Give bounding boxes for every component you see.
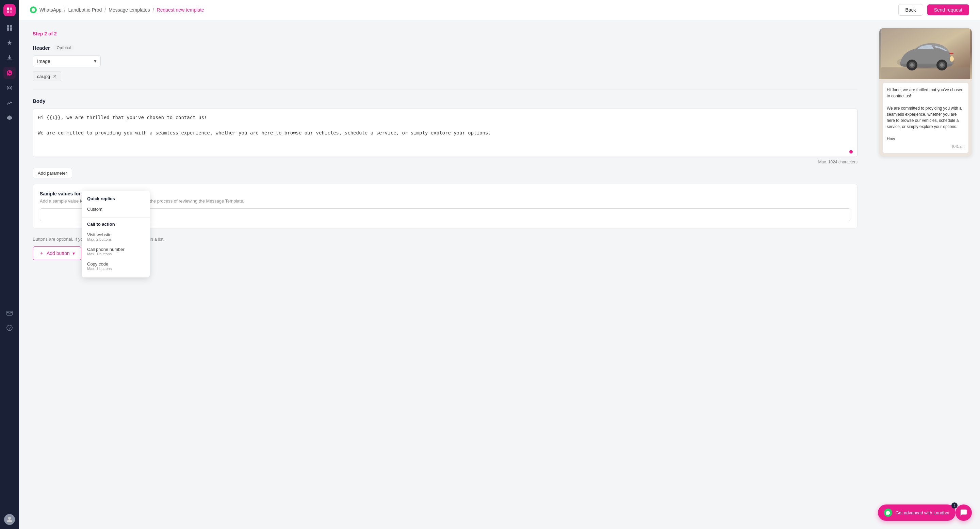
copy-code-label: Copy code <box>87 261 144 266</box>
add-button-label: Add button <box>47 250 70 256</box>
svg-rect-0 <box>7 8 9 10</box>
chevron-down-icon: ▾ <box>73 250 75 256</box>
step-label: Step 2 of 2 <box>33 31 858 37</box>
breadcrumb-whatsapp[interactable]: WhatsApp <box>40 7 62 13</box>
svg-rect-5 <box>10 25 12 27</box>
body-section-title: Body <box>33 98 858 104</box>
breadcrumb-current: Request new template <box>157 7 204 13</box>
plus-icon: ＋ <box>39 250 44 257</box>
svg-point-18 <box>910 63 914 67</box>
dropdown-item-visit-website[interactable]: Visit website Max. 2 buttons <box>82 229 150 244</box>
whatsapp-breadcrumb-icon <box>30 6 37 13</box>
svg-point-12 <box>8 517 11 519</box>
sidebar-icon-integrations[interactable] <box>3 112 16 124</box>
svg-rect-4 <box>7 25 9 27</box>
sidebar-icon-download[interactable] <box>3 52 16 64</box>
preview-bubble: Hi Jane, we are thrilled that you've cho… <box>883 83 969 153</box>
file-remove-button[interactable]: ✕ <box>53 73 57 79</box>
logo[interactable] <box>3 4 16 16</box>
form-panel: Step 2 of 2 Header Optional Image Text V… <box>19 20 871 529</box>
buttons-section: Buttons are optional. If you add more th… <box>33 237 858 260</box>
chat-widget[interactable]: Get advanced with Landbot 2 <box>878 505 956 521</box>
sidebar-icon-help[interactable]: ? <box>3 322 16 334</box>
breadcrumb-sep2: / <box>105 7 106 13</box>
buttons-note: Buttons are optional. If you add more th… <box>33 237 858 242</box>
header-label: Header <box>33 45 50 51</box>
user-avatar[interactable] <box>4 514 15 525</box>
sample-section: Sample values for the Body text Add a sa… <box>33 184 858 228</box>
sidebar-icon-inbox[interactable] <box>3 307 16 319</box>
body-textarea[interactable]: Hi {{1}}, we are thrilled that you've ch… <box>33 108 858 157</box>
phone-preview: Hi Jane, we are thrilled that you've cho… <box>879 28 972 156</box>
preview-text-2: We are committed to providing you with a… <box>887 105 964 130</box>
char-limit-label: Max. 1024 characters <box>33 160 858 164</box>
validation-dot <box>850 150 853 153</box>
button-type-dropdown: Quick replies Custom Call to action Visi… <box>82 191 150 277</box>
add-button-btn[interactable]: ＋ Add button ▾ <box>33 247 81 260</box>
file-name: car.jpg <box>37 74 50 79</box>
preview-timestamp: 9:41 am <box>887 144 964 149</box>
content-area: Step 2 of 2 Header Optional Image Text V… <box>19 20 980 529</box>
breadcrumb-prod[interactable]: Landbot.io Prod <box>68 7 102 13</box>
preview-text-1: Hi Jane, we are thrilled that you've cho… <box>887 87 964 99</box>
sidebar-icon-chart[interactable] <box>3 97 16 109</box>
preview-panel: Hi Jane, we are thrilled that you've cho… <box>871 20 980 529</box>
breadcrumb-sep1: / <box>64 7 66 13</box>
breadcrumb: WhatsApp / Landbot.io Prod / Message tem… <box>30 6 204 13</box>
svg-marker-8 <box>7 115 12 120</box>
breadcrumb-sep3: / <box>153 7 154 13</box>
svg-point-21 <box>940 63 943 67</box>
sample-desc: Add a sample value for each parameter, t… <box>40 198 850 204</box>
preview-image <box>879 28 972 79</box>
call-to-action-label: Call to action <box>82 220 150 229</box>
chat-widget-wa-icon <box>884 508 892 517</box>
svg-point-22 <box>950 56 954 62</box>
chat-widget-label: Get advanced with Landbot <box>896 510 950 515</box>
breadcrumb-templates[interactable]: Message templates <box>108 7 150 13</box>
sample-title: Sample values for the Body text <box>40 191 850 196</box>
section-divider <box>33 89 858 90</box>
sidebar-icon-broadcast[interactable] <box>3 82 16 94</box>
visit-website-sub: Max. 2 buttons <box>87 237 144 241</box>
header-section-title: Header Optional <box>33 45 858 51</box>
main-area: WhatsApp / Landbot.io Prod / Message tem… <box>19 0 980 529</box>
add-parameter-button[interactable]: Add parameter <box>33 168 72 178</box>
body-textarea-wrap: Hi {{1}}, we are thrilled that you've ch… <box>33 108 858 158</box>
sidebar: ? <box>0 0 19 529</box>
file-tag: car.jpg ✕ <box>33 71 61 81</box>
svg-rect-23 <box>950 53 953 54</box>
call-phone-sub: Max. 1 buttons <box>87 252 144 256</box>
preview-text-3: How <box>887 136 964 142</box>
visit-website-label: Visit website <box>87 232 144 237</box>
svg-rect-14 <box>881 67 970 79</box>
svg-rect-6 <box>7 28 9 31</box>
sidebar-icon-grid[interactable] <box>3 22 16 34</box>
svg-rect-1 <box>10 8 12 10</box>
svg-rect-3 <box>10 11 12 13</box>
topnav: WhatsApp / Landbot.io Prod / Message tem… <box>19 0 980 20</box>
chat-icon-button[interactable] <box>956 505 972 521</box>
send-request-button[interactable]: Send request <box>927 5 969 15</box>
sample-input[interactable] <box>40 208 850 221</box>
call-phone-label: Call phone number <box>87 247 144 252</box>
dropdown-item-copy-code[interactable]: Copy code Max. 1 buttons <box>82 259 150 273</box>
svg-text:?: ? <box>8 326 11 330</box>
header-type-select-wrap: Image Text Video Document None ▼ <box>33 56 101 67</box>
quick-replies-label: Quick replies <box>82 195 150 204</box>
copy-code-sub: Max. 1 buttons <box>87 266 144 271</box>
sidebar-icon-whatsapp[interactable] <box>3 67 16 79</box>
header-type-select[interactable]: Image Text Video Document None <box>33 56 101 67</box>
optional-badge: Optional <box>53 45 74 51</box>
sidebar-icon-sparkles[interactable] <box>3 37 16 49</box>
svg-rect-7 <box>10 28 12 31</box>
back-button[interactable]: Back <box>898 4 923 16</box>
body-label: Body <box>33 98 46 104</box>
topnav-actions: Back Send request <box>898 4 969 16</box>
svg-rect-2 <box>7 11 9 13</box>
dropdown-item-call-phone[interactable]: Call phone number Max. 1 buttons <box>82 244 150 259</box>
chat-widget-bubble[interactable]: Get advanced with Landbot 2 <box>878 505 956 521</box>
dropdown-item-custom[interactable]: Custom <box>82 204 150 215</box>
dropdown-divider <box>82 217 150 218</box>
